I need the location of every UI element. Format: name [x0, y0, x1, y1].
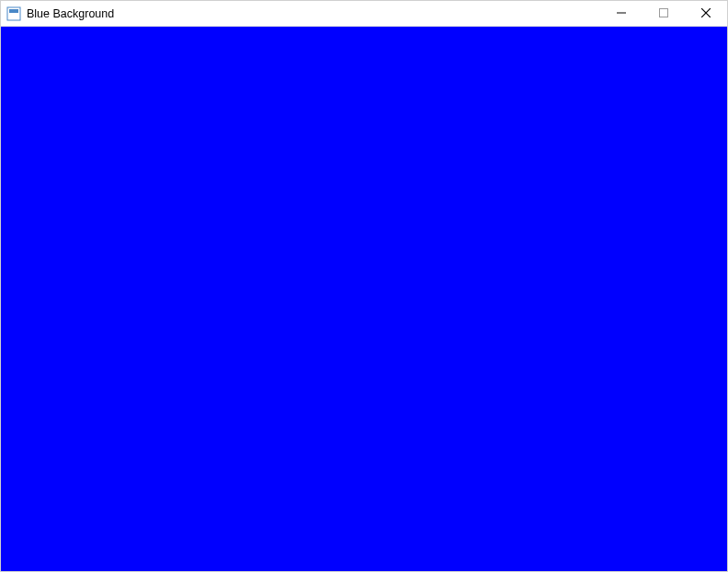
close-button[interactable]	[685, 1, 727, 26]
svg-rect-3	[660, 9, 668, 17]
minimize-button[interactable]	[600, 1, 643, 26]
maximize-icon	[659, 6, 668, 20]
app-icon	[6, 6, 21, 21]
client-area	[1, 27, 727, 571]
maximize-button[interactable]	[643, 1, 685, 26]
window-title: Blue Background	[27, 7, 114, 20]
title-bar: Blue Background	[1, 1, 727, 27]
window-controls	[600, 1, 727, 26]
minimize-icon	[617, 6, 626, 20]
close-icon	[701, 6, 711, 20]
app-window: Blue Background	[0, 0, 728, 572]
svg-rect-1	[9, 9, 18, 13]
